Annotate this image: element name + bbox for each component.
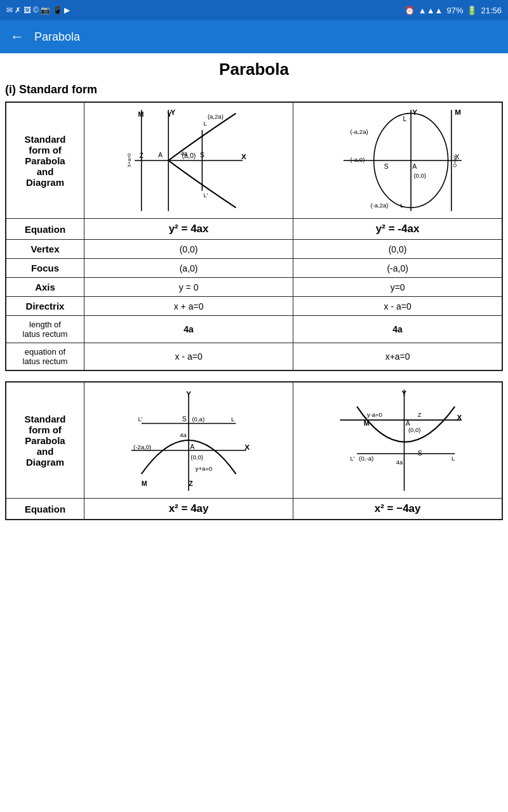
axis-col1: y = 0 <box>84 278 293 297</box>
svg-text:(0,0): (0,0) <box>414 172 427 179</box>
svg-text:Y: Y <box>412 108 417 116</box>
table-row-latus-length: length oflatus rectum 4a 4a <box>6 316 502 343</box>
focus-col1: (a,0) <box>84 259 293 278</box>
svg-text:L': L' <box>351 455 355 462</box>
row-header-focus: Focus <box>6 259 84 278</box>
svg-text:(0,0): (0,0) <box>190 454 203 461</box>
svg-text:A: A <box>406 419 411 427</box>
svg-text:Z: Z <box>139 152 144 159</box>
row-header-latus-length: length oflatus rectum <box>6 316 84 343</box>
svg-text:(0,-a): (0,-a) <box>359 455 374 462</box>
latus-eq-col2: x+a=0 <box>293 343 502 371</box>
svg-text:Z: Z <box>418 411 422 418</box>
svg-text:L: L <box>403 115 407 122</box>
focus-col2: (-a,0) <box>293 259 502 278</box>
table-row-diagram2: Standardform ofParabolaandDiagram Y <box>6 382 502 499</box>
svg-text:Y: Y <box>402 389 407 397</box>
latus-length-col1: 4a <box>84 316 293 343</box>
svg-text:L': L' <box>138 416 142 422</box>
svg-text:L: L <box>400 202 403 209</box>
svg-text:Z: Z <box>189 480 193 487</box>
svg-text:(-a,2a): (-a,2a) <box>351 128 368 135</box>
svg-text:M: M <box>138 110 144 118</box>
table-row-axis: Axis y = 0 y=0 <box>6 278 502 297</box>
signal-icon: ▲▲▲ <box>418 6 443 15</box>
row-header-axis: Axis <box>6 278 84 297</box>
parabola-up-svg: Y X (0,a) S L' L (-2a,0) 4a <box>90 386 288 494</box>
vertex-col1: (0,0) <box>84 240 293 259</box>
row-header-vertex: Vertex <box>6 240 84 259</box>
svg-text:M: M <box>455 108 461 116</box>
table-row-latus-eq: equation oflatus rectum x - a=0 x+a=0 <box>6 343 502 371</box>
time-display: 21:56 <box>481 6 502 15</box>
diagram-cell-4: Y X y·a=0 Z M A (0,0) S 4a <box>293 382 502 499</box>
row-header-latus-eq: equation oflatus rectum <box>6 343 84 371</box>
svg-text:X+a=0: X+a=0 <box>126 154 132 167</box>
app-bar: ← Parabola <box>0 20 508 53</box>
svg-text:(a,2a): (a,2a) <box>208 113 224 120</box>
svg-text:L: L <box>231 416 234 422</box>
row-header-equation: Equation <box>6 219 84 240</box>
svg-text:y·a=0: y·a=0 <box>367 411 382 418</box>
svg-text:X: X <box>244 443 250 451</box>
equation-col1: y² = 4ax <box>84 219 293 240</box>
row-header-equation2: Equation <box>6 499 84 520</box>
row-header-directrix: Directrix <box>6 297 84 316</box>
latus-length-col2: 4a <box>293 316 502 343</box>
clock-icon: ⏰ <box>404 6 415 15</box>
svg-text:(0,a): (0,a) <box>192 416 204 422</box>
svg-text:Y: Y <box>167 110 171 118</box>
svg-text:A: A <box>158 151 163 159</box>
svg-text:S: S <box>200 151 204 159</box>
svg-text:4a: 4a <box>396 459 403 466</box>
svg-text:L': L' <box>203 192 208 199</box>
svg-text:y+a=0: y+a=0 <box>196 465 213 472</box>
svg-text:M: M <box>142 480 147 487</box>
svg-text:(0,0): (0,0) <box>408 426 421 433</box>
row-header-diagram2: Standardform ofParabolaandDiagram <box>6 382 84 499</box>
svg-text:L: L <box>451 455 455 462</box>
row-header-diagram: Standardform ofParabolaandDiagram <box>6 102 84 219</box>
section-title: (i) Standard form <box>5 83 503 96</box>
svg-text:A: A <box>412 162 417 170</box>
status-left-icons: ✉ ✗ 🖼 © 📷 📱 ▶ <box>6 6 70 15</box>
directrix-col2: x - a=0 <box>293 297 502 316</box>
axis-col2: y=0 <box>293 278 502 297</box>
parabola-right-svg: A S (a,0) Z X Y M Y L (a,2a) <box>90 107 288 214</box>
table-row: Standardform ofParabolaandDiagram <box>6 102 502 219</box>
diagram-cell-1: A S (a,0) Z X Y M Y L (a,2a) <box>84 102 293 219</box>
svg-text:L: L <box>203 120 206 127</box>
svg-text:X: X <box>457 413 462 421</box>
svg-text:Y: Y <box>186 390 191 398</box>
latus-eq-col1: x - a=0 <box>84 343 293 371</box>
table-row-vertex: Vertex (0,0) (0,0) <box>6 240 502 259</box>
equation2-col2: x² = −4ay <box>293 499 502 520</box>
equation2-col1: x² = 4ay <box>84 499 293 520</box>
battery-icon: 🔋 <box>467 6 477 15</box>
diagram-cell-3: Y X (0,a) S L' L (-2a,0) 4a <box>84 382 293 499</box>
diagram-cell-2: X Y M L (-a,2a) (-a,0) S A <box>293 102 502 219</box>
svg-text:S: S <box>182 415 187 422</box>
svg-text:(-a,2a): (-a,2a) <box>371 202 389 209</box>
page-title: Parabola <box>5 60 503 79</box>
table-row-equation2: Equation x² = 4ay x² = −4ay <box>6 499 502 520</box>
svg-text:4a: 4a <box>180 431 187 438</box>
battery-percent: 97% <box>446 6 463 15</box>
parabola-down-svg: Y X y·a=0 Z M A (0,0) S 4a <box>298 386 497 494</box>
status-right-icons: ⏰ ▲▲▲ 97% 🔋 21:56 <box>404 6 502 15</box>
svg-text:O=aX: O=aX <box>453 155 458 167</box>
table-row-equation: Equation y² = 4ax y² = -4ax <box>6 219 502 240</box>
table-row-focus: Focus (a,0) (-a,0) <box>6 259 502 278</box>
back-button[interactable]: ← <box>10 29 24 45</box>
parabola-left-svg: X Y M L (-a,2a) (-a,0) S A <box>298 107 497 214</box>
main-content: Parabola (i) Standard form Standardform … <box>0 53 508 537</box>
svg-text:(-2a,0): (-2a,0) <box>133 443 151 450</box>
table-row-directrix: Directrix x + a=0 x - a=0 <box>6 297 502 316</box>
app-bar-title: Parabola <box>34 30 80 44</box>
svg-text:X: X <box>241 152 246 160</box>
directrix-col1: x + a=0 <box>84 297 293 316</box>
svg-text:A: A <box>190 443 195 450</box>
svg-text:M: M <box>364 419 370 427</box>
vertex-col2: (0,0) <box>293 240 502 259</box>
parabola-table-1: Standardform ofParabolaandDiagram <box>5 102 503 371</box>
